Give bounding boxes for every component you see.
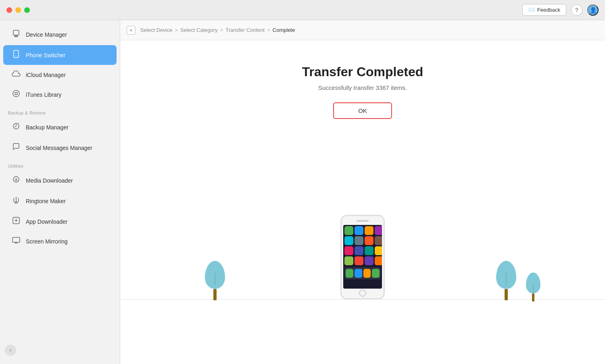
ringtone-icon	[11, 196, 21, 206]
window-controls	[6, 7, 30, 13]
phone-frame	[340, 215, 385, 300]
breadcrumb-step-select-category: Select Category	[180, 27, 218, 33]
social-messages-label: Social Messages Manager	[26, 145, 92, 151]
icloud-manager-label: iCloud Manager	[26, 72, 66, 78]
phone-screen	[343, 225, 382, 289]
close-icon: ×	[130, 28, 132, 33]
device-manager-icon	[11, 29, 21, 40]
app-downloader-icon	[11, 216, 21, 227]
app-icon-13	[344, 256, 353, 265]
app-icon-2	[355, 226, 363, 235]
dock-icon-4	[372, 269, 380, 278]
app-icon-7	[365, 236, 373, 245]
app-icon-5	[344, 236, 353, 245]
app-icon-6	[355, 236, 363, 245]
device-manager-label: Device Manager	[26, 31, 67, 38]
sidebar-item-backup-manager[interactable]: Backup Manager	[3, 117, 117, 137]
media-downloader-label: Media Downloader	[26, 177, 73, 184]
main-content: × Select Device > Select Category > Tran…	[120, 20, 605, 364]
app-icon-8	[375, 236, 382, 245]
sidebar-item-itunes-library[interactable]: iTunes Library	[3, 85, 117, 104]
minimize-window-button[interactable]	[15, 7, 21, 13]
app-icon-1	[344, 226, 353, 235]
svg-point-5	[15, 92, 17, 95]
breadcrumb-step-select-device: Select Device	[140, 27, 172, 33]
itunes-library-label: iTunes Library	[26, 92, 61, 98]
app-icon-12	[375, 246, 382, 255]
phone-illustration	[340, 215, 385, 300]
tree-leaf-left	[205, 261, 225, 289]
app-icon-15	[365, 256, 373, 265]
app-icon-10	[355, 246, 363, 255]
svg-rect-9	[13, 237, 20, 242]
tree-trunk-left	[213, 289, 217, 300]
maximize-window-button[interactable]	[24, 7, 30, 13]
breadcrumb-sep-1: >	[175, 27, 178, 33]
app-icon-4	[375, 226, 382, 235]
phone-switcher-icon	[11, 50, 21, 60]
mail-icon: ✉️	[528, 7, 535, 13]
transfer-subtitle: Successfully transfer 3367 items.	[318, 84, 407, 91]
feedback-button[interactable]: ✉️ Feedback	[522, 4, 566, 16]
sidebar-item-screen-mirroring[interactable]: Screen Mirroring	[3, 232, 117, 250]
app-icon-9	[344, 246, 353, 255]
app-downloader-label: App Downloader	[26, 218, 68, 225]
sidebar: Device Manager Phone Switcher iCloud Man…	[0, 20, 120, 364]
phone-switcher-label: Phone Switcher	[26, 52, 65, 58]
avatar-button[interactable]: 👤	[587, 4, 599, 16]
sidebar-item-media-downloader[interactable]: Media Downloader	[3, 171, 117, 190]
transfer-title: Transfer Completed	[302, 64, 424, 79]
social-messages-icon	[11, 143, 21, 153]
sidebar-item-app-downloader[interactable]: App Downloader	[3, 212, 117, 231]
breadcrumb-sep-3: >	[267, 27, 270, 33]
tree-right-large	[496, 261, 516, 300]
sidebar-collapse-button[interactable]: ‹	[5, 345, 16, 356]
breadcrumb-step-complete: Complete	[273, 27, 295, 33]
sidebar-item-social-messages[interactable]: Social Messages Manager	[3, 138, 117, 158]
sidebar-item-device-manager[interactable]: Device Manager	[3, 25, 117, 44]
media-downloader-icon	[11, 175, 21, 185]
breadcrumb-bar: × Select Device > Select Category > Tran…	[120, 20, 605, 40]
sidebar-item-icloud-manager[interactable]: iCloud Manager	[3, 66, 117, 84]
svg-rect-1	[15, 36, 18, 37]
transfer-completed-section: Transfer Completed Successfully transfer…	[302, 40, 424, 119]
phone-speaker	[357, 220, 369, 222]
svg-point-4	[13, 90, 19, 97]
help-button[interactable]: ?	[571, 4, 582, 16]
phone-app-grid	[343, 225, 382, 266]
breadcrumb-close-button[interactable]: ×	[127, 26, 136, 35]
phone-home-button	[359, 289, 366, 297]
backup-manager-label: Backup Manager	[26, 124, 69, 131]
app-body: Device Manager Phone Switcher iCloud Man…	[0, 20, 605, 364]
dock-icon-3	[363, 269, 371, 278]
feedback-label: Feedback	[537, 7, 560, 13]
close-window-button[interactable]	[6, 7, 12, 13]
illustration	[120, 211, 605, 364]
itunes-icon	[11, 89, 21, 100]
tree-leaf-right-large	[496, 261, 516, 289]
app-icon-16	[375, 256, 382, 265]
tree-leaf-right-small	[526, 272, 540, 293]
svg-rect-0	[13, 30, 19, 35]
tree-trunk-right-large	[505, 289, 508, 300]
sidebar-item-phone-switcher[interactable]: Phone Switcher	[3, 45, 117, 65]
screen-mirroring-icon	[11, 237, 21, 245]
collapse-icon: ‹	[10, 347, 11, 353]
ringtone-maker-label: Ringtone Maker	[26, 198, 66, 204]
dock-icon-2	[355, 269, 362, 278]
ok-button[interactable]: OK	[333, 102, 392, 119]
screen-mirroring-label: Screen Mirroring	[26, 238, 67, 245]
backup-icon	[11, 122, 21, 132]
titlebar-right: ✉️ Feedback ? 👤	[522, 4, 599, 16]
titlebar: ✉️ Feedback ? 👤	[0, 0, 605, 20]
app-icon-11	[365, 246, 373, 255]
help-icon: ?	[575, 7, 578, 13]
breadcrumb-sep-2: >	[220, 27, 223, 33]
dock-icon-1	[346, 269, 353, 278]
tree-right-small	[526, 272, 540, 302]
app-icon-3	[365, 226, 373, 235]
backup-section-label: Backup & Restore	[0, 105, 120, 117]
content-area: Transfer Completed Successfully transfer…	[120, 40, 605, 364]
sidebar-item-ringtone-maker[interactable]: Ringtone Maker	[3, 191, 117, 211]
app-icon-14	[355, 256, 363, 265]
